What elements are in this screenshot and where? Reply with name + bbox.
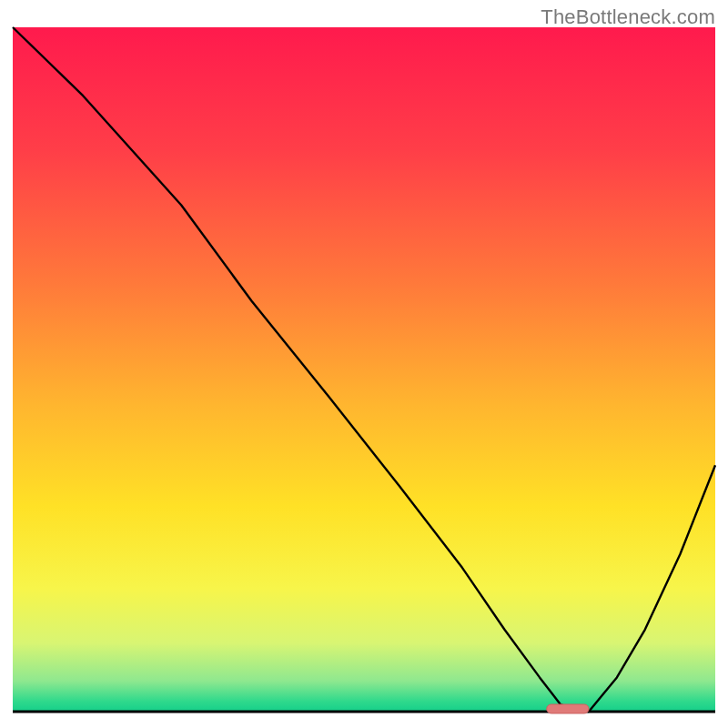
chart-svg: [11, 25, 717, 717]
recommended-range-marker: [547, 704, 589, 713]
bottleneck-chart: [11, 25, 717, 717]
gradient-background: [13, 27, 715, 712]
